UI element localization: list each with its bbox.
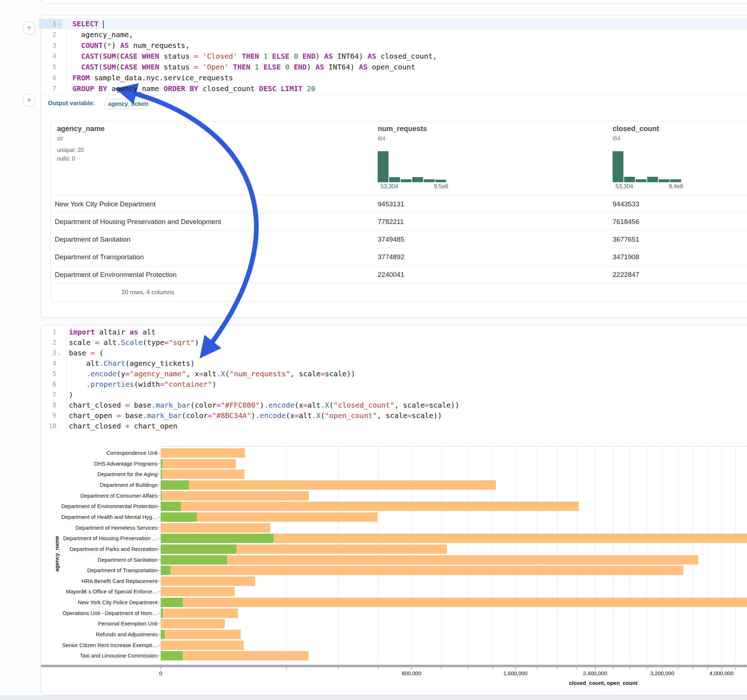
code-token: as: [130, 328, 138, 336]
python-cell: 1import altair as alt2scale = alt.Scale(…: [41, 325, 747, 695]
code-text: base = (: [69, 348, 103, 358]
code-token: .X: [216, 370, 225, 378]
code-token: 1: [263, 52, 268, 60]
sql-code-editor[interactable]: 1⌄SELECT 2 agency_name,3 COUNT(*) AS num…: [41, 18, 747, 95]
code-token: chart_open: [130, 422, 177, 430]
code-token: =: [164, 338, 169, 347]
code-token: (type: [143, 338, 164, 347]
code-text: agency_name,: [73, 29, 133, 40]
code-token: AS: [315, 63, 324, 71]
line-number: 7: [41, 389, 56, 400]
code-line[interactable]: 3⌄base = (: [41, 348, 747, 358]
code-token: .encode: [264, 401, 295, 409]
code-line[interactable]: 9chart_open = base.mark_bar(color="#8BC3…: [41, 410, 747, 421]
code-token: AS: [120, 41, 129, 50]
code-token: "#8BC34A": [212, 411, 251, 420]
code-token: ): [69, 390, 73, 399]
line-number: 2: [41, 337, 56, 348]
code-token: FROM: [73, 74, 90, 82]
output-variable-label: Output variable:: [48, 100, 95, 107]
code-token: .X: [321, 401, 329, 409]
table-footer: 20 rows, 4 columns: [51, 283, 747, 301]
code-token: [185, 84, 189, 93]
add-cell-button-output[interactable]: +: [23, 94, 36, 107]
code-token: alt: [203, 370, 216, 378]
histogram-max-label: 9.4e6: [652, 183, 683, 190]
code-token: THEN: [242, 52, 259, 60]
code-line[interactable]: 6 .properties(width="container"): [41, 379, 747, 389]
code-line[interactable]: 4 CAST(SUM(CASE WHEN status = 'Closed' T…: [41, 51, 747, 62]
code-line[interactable]: 5 .encode(y="agency_name", x=alt.X("num_…: [41, 369, 747, 379]
code-token: ): [307, 63, 315, 71]
code-text: .properties(width="container"): [69, 379, 216, 389]
code-token: AS: [359, 63, 367, 71]
code-token: [73, 52, 81, 60]
code-token: SUM: [103, 63, 116, 71]
code-token: [289, 63, 294, 71]
code-token: INT64): [333, 52, 367, 60]
code-line[interactable]: 1⌄SELECT: [41, 18, 747, 29]
code-line[interactable]: 3 COUNT(*) AS num_requests,: [41, 40, 747, 51]
cell-num-requests: 3774892: [378, 248, 404, 266]
line-number: 1: [41, 18, 56, 29]
histogram-min-label: 53,304: [381, 183, 398, 190]
code-token: altair: [95, 328, 129, 336]
code-token: agency_name,: [73, 30, 133, 39]
fold-chevron-icon[interactable]: ⌄: [57, 18, 60, 29]
code-token: closed_count,: [376, 52, 437, 60]
code-token: =: [91, 348, 95, 357]
code-token: [138, 52, 142, 60]
code-token: WHEN: [142, 63, 159, 71]
code-token: .encode: [86, 370, 116, 378]
column-stat-nulls: nulls: 0: [57, 155, 75, 162]
x-axis-title: closed_count, open_count: [531, 680, 675, 686]
fold-chevron-icon[interactable]: ⌄: [57, 348, 60, 358]
output-variable-pill[interactable]: agency_tickets: [104, 98, 148, 109]
histogram-bar: [412, 177, 423, 182]
code-text: CAST(SUM(CASE WHEN status = 'Open' THEN …: [73, 62, 415, 72]
cell-agency-name: Department of Sanitation: [55, 231, 130, 248]
code-line[interactable]: 2 agency_name,: [41, 29, 747, 40]
histogram-bar: [647, 177, 658, 182]
column-type-closed-count: i64: [612, 136, 620, 142]
code-token: .Scale: [116, 338, 142, 347]
code-line[interactable]: 1import altair as alt: [41, 327, 747, 337]
code-token: =: [295, 411, 299, 420]
code-line[interactable]: 10chart_closed + chart_open: [41, 421, 747, 431]
code-token: num_requests,: [129, 41, 190, 50]
code-text: chart_closed + chart_open: [69, 421, 177, 431]
code-token: 20: [307, 84, 315, 93]
code-token: ): [315, 52, 324, 60]
add-cell-button-top[interactable]: +: [23, 22, 36, 35]
code-text: CAST(SUM(CASE WHEN status = 'Closed' THE…: [73, 51, 437, 62]
code-line[interactable]: 8chart_closed = base.mark_bar(color="#FF…: [41, 400, 747, 410]
code-token: AS: [324, 52, 333, 60]
python-code-editor[interactable]: 1import altair as alt2scale = alt.Scale(…: [41, 327, 747, 432]
code-line[interactable]: 4 alt.Chart(agency_tickets): [41, 358, 747, 369]
code-token: WHEN: [142, 52, 159, 60]
code-token: closed_count: [198, 84, 259, 93]
line-number: 10: [41, 421, 56, 431]
code-token: "open_count": [325, 411, 377, 420]
code-token: SELECT: [73, 20, 98, 28]
code-line[interactable]: 7GROUP BY agency_name ORDER BY closed_co…: [41, 83, 747, 94]
horizontal-scrollbar[interactable]: [41, 665, 747, 667]
code-token: scale)): [429, 401, 460, 409]
code-token: scale: [69, 338, 95, 347]
code-text: SELECT: [73, 18, 104, 29]
code-line[interactable]: 7): [41, 389, 747, 400]
line-number: 4: [41, 51, 56, 62]
code-token: base: [69, 348, 91, 357]
code-text: .encode(y="agency_name", x=alt.X("num_re…: [69, 369, 355, 379]
code-token: (: [103, 41, 107, 50]
code-token: chart_closed: [69, 422, 126, 430]
code-text: import altair as alt: [69, 327, 156, 337]
cell-closed-count: 9443533: [612, 195, 639, 213]
code-line[interactable]: 6FROM sample_data.nyc.service_requests: [41, 72, 747, 83]
code-text: COUNT(*) AS num_requests,: [73, 40, 189, 51]
table-row: Department of Housing Preservation and D…: [51, 213, 747, 231]
code-line[interactable]: 5 CAST(SUM(CASE WHEN status = 'Open' THE…: [41, 62, 747, 72]
code-token: (: [321, 411, 325, 420]
code-line[interactable]: 2scale = alt.Scale(type="sqrt"): [41, 337, 747, 348]
table-row: Department of Environmental Protection22…: [51, 266, 747, 284]
